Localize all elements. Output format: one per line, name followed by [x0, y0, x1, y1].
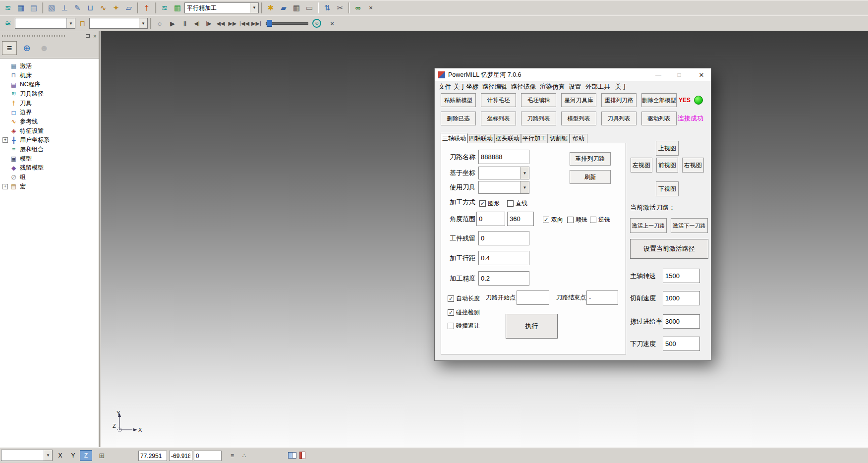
top-view-button[interactable]: 上视图 [656, 141, 679, 156]
cursor-x-input[interactable] [138, 451, 167, 461]
workplane-icon[interactable]: ⊥ [58, 2, 70, 14]
clock-speed-icon[interactable]: ⊙ [312, 19, 321, 28]
use-tool-combobox[interactable]: ▼ [478, 181, 529, 194]
cursor-z-input[interactable] [194, 451, 222, 461]
list-options-icon[interactable]: ≡ [226, 450, 238, 461]
tree-item-workplanes[interactable]: +╋用户坐标系 [0, 136, 99, 145]
refresh-button[interactable]: 刷新 [570, 170, 611, 184]
toolpath-strategies-icon[interactable]: ≋ [159, 2, 171, 14]
minimize-icon[interactable]: — [649, 68, 667, 81]
tab-parallel[interactable]: 平行加工 [521, 134, 548, 143]
star-tool-icon[interactable]: ✱ [265, 2, 277, 14]
cursor-y-input[interactable] [169, 451, 192, 461]
tree-item-models[interactable]: ▣模型 [0, 154, 99, 164]
document-compare-icon[interactable] [299, 452, 305, 459]
cutting-speed-input[interactable] [663, 291, 700, 305]
tree-item-groups[interactable]: ∅组 [0, 173, 99, 182]
delete-all-models-button[interactable]: 删除全部模型 [641, 93, 677, 107]
chevron-down-icon[interactable]: ▼ [520, 181, 529, 193]
based-coord-combobox[interactable]: ▼ [478, 167, 529, 179]
menu-external-tools[interactable]: 外部工具 [585, 81, 610, 92]
tree-item-boundaries[interactable]: ◻边界 [0, 108, 99, 117]
start-point-input[interactable] [517, 290, 549, 305]
tab-swivel-head[interactable]: 摆头联动 [494, 134, 521, 143]
paste-new-model-button[interactable]: 粘贴新模型 [441, 93, 476, 107]
save-icon[interactable]: ▦ [15, 2, 27, 14]
collision-avoid-checkbox[interactable]: 碰撞避让 [448, 322, 480, 330]
menu-file[interactable]: 文件 [439, 81, 451, 92]
menu-path-edit[interactable]: 路径编辑 [482, 81, 507, 92]
x-axis-button[interactable]: X [54, 450, 66, 461]
calculator-icon[interactable]: ▦ [290, 2, 302, 14]
expand-icon[interactable]: + [2, 184, 8, 189]
tool-cutter-icon[interactable]: † [141, 2, 153, 14]
tool-list-button[interactable]: 刀具列表 [601, 112, 637, 125]
stepover-input[interactable] [478, 251, 529, 265]
right-view-button[interactable]: 右视图 [682, 158, 704, 173]
tab-saw[interactable]: 切割锯 [548, 134, 570, 143]
simulation-speed-slider[interactable] [266, 18, 308, 28]
angle-start-input[interactable] [476, 212, 505, 226]
execute-button[interactable]: 执行 [506, 314, 558, 339]
menu-settings[interactable]: 设置 [569, 81, 581, 92]
toolpath-layers-icon[interactable]: ≋ [2, 17, 14, 29]
delete-selected-button[interactable]: 删除已选 [441, 112, 476, 125]
left-view-button[interactable]: 左视图 [631, 158, 652, 173]
chevron-down-icon[interactable]: ▼ [250, 3, 258, 13]
expand-icon[interactable]: + [2, 137, 8, 143]
tree-item-tools[interactable]: †刀具 [0, 99, 99, 108]
go-to-end-icon[interactable]: ▶▶| [251, 17, 262, 29]
block-icon[interactable]: ▧ [46, 2, 58, 14]
end-point-input[interactable] [586, 290, 618, 305]
set-active-path-button[interactable]: 设置当前激活路径 [630, 239, 708, 259]
close-icon[interactable]: ✕ [691, 68, 712, 81]
world-view-icon[interactable]: ⊕ [19, 41, 34, 55]
rewind-icon[interactable]: ◀◀ [215, 17, 226, 29]
tree-item-patterns[interactable]: ∿参考线 [0, 117, 99, 126]
model-list-button[interactable]: 模型列表 [561, 112, 596, 125]
pause-icon[interactable]: || [179, 17, 190, 29]
cursor-position-icon[interactable]: ∴ [238, 450, 250, 461]
step-back-icon[interactable]: ◀| [191, 17, 202, 29]
step-forward-icon[interactable]: |▶ [203, 17, 214, 29]
drive-list-button[interactable]: 驱动列表 [641, 112, 677, 125]
explorer-tree-icon[interactable]: ≡ [2, 41, 17, 55]
menu-path-mirror[interactable]: 路径镜像 [511, 81, 536, 92]
binoculars-search-icon[interactable]: ∞ [352, 2, 364, 14]
simulation-toolpath-combobox[interactable]: ▼ [15, 18, 75, 29]
play-icon[interactable]: ▶ [167, 17, 178, 29]
scissors-icon[interactable]: ✂ [334, 2, 346, 14]
fast-forward-icon[interactable]: ▶▶ [227, 17, 238, 29]
tree-item-macros[interactable]: +▤宏 [0, 182, 99, 191]
menu-about[interactable]: 关于 [615, 81, 628, 92]
auto-length-checkbox[interactable]: ✓ 自动长度 [448, 294, 480, 303]
menu-render-sim[interactable]: 渲染仿真 [540, 81, 565, 92]
circular-checkbox[interactable]: ✓ 圆形 [479, 199, 500, 208]
strategy-combobox[interactable]: 平行精加工 ▼ [184, 2, 259, 13]
chevron-down-icon[interactable]: ▼ [44, 450, 52, 461]
collision-check-checkbox[interactable]: ✓ 碰撞检测 [448, 308, 480, 317]
activate-prev-toolpath-button[interactable]: 激活上一刀路 [630, 218, 667, 233]
lift-table-icon[interactable]: ⇅ [321, 2, 333, 14]
panel-float-icon[interactable] [84, 33, 91, 39]
tree-item-nc-programs[interactable]: ▤NC程序 [0, 80, 99, 89]
toolpath-list-button[interactable]: 刀路列表 [521, 112, 556, 125]
ghost-icon[interactable]: ☻ [37, 41, 52, 55]
tab-help[interactable]: 帮助 [570, 134, 587, 143]
split-view-icon[interactable] [288, 452, 296, 459]
measure-icon[interactable]: ⊔ [84, 2, 96, 14]
copy-icon[interactable]: ▱ [123, 2, 135, 14]
toolbar-close-icon[interactable]: × [365, 2, 377, 14]
coord-list-button[interactable]: 坐标列表 [481, 112, 516, 125]
status-combobox[interactable]: ▼ [1, 450, 53, 461]
tolerance-input[interactable] [478, 271, 529, 286]
stock-remain-input[interactable] [478, 231, 529, 245]
plane-icon[interactable]: ▰ [278, 2, 289, 14]
tab-3axis[interactable]: 三轴联动 [441, 133, 467, 143]
panel-close-icon[interactable]: × [92, 33, 98, 39]
dialog-titlebar[interactable]: PowerMILL 忆梦星河 7.0.6 — □ ✕ [435, 68, 711, 81]
powermill-layers-icon[interactable]: ≋ [2, 2, 14, 14]
tree-item-feature-sets[interactable]: ◈特征设置 [0, 126, 99, 136]
tree-item-levels-sets[interactable]: ≡层和组合 [0, 145, 99, 154]
stock-edit-button[interactable]: 毛坯编辑 [521, 93, 556, 107]
